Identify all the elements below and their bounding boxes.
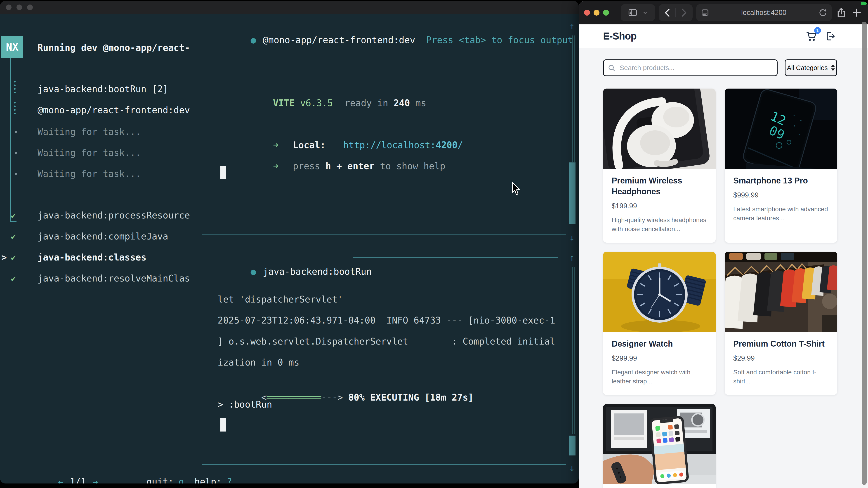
url-text[interactable]: localhost:4200 xyxy=(710,8,818,17)
help-keys: h + enter xyxy=(326,161,375,171)
terminal-titlebar[interactable] xyxy=(0,1,579,14)
product-description: Soft and comfortable cotton t-shirt... xyxy=(733,368,829,386)
scroll-up-icon[interactable]: ↑ xyxy=(565,251,579,265)
mouse-cursor xyxy=(511,182,521,196)
check-icon: ✔ xyxy=(11,208,16,222)
sidebar-task-frontend-dev[interactable]: @mono-app/react-frontend:dev xyxy=(37,103,190,117)
product-image-headphones xyxy=(603,89,716,169)
help-post: to show help xyxy=(375,161,445,171)
desktop: NX Running dev @mono-app/react- java-bac… xyxy=(0,0,868,488)
product-description: High-quality wireless headphones with no… xyxy=(612,216,707,234)
pane-bullet-icon: ● xyxy=(251,266,256,277)
product-image-mouse xyxy=(603,404,716,484)
scrollbar-track[interactable] xyxy=(572,35,575,162)
waiting-dot-icon xyxy=(15,131,17,133)
product-description: Latest smartphone with advanced camera f… xyxy=(733,205,829,223)
back-icon[interactable] xyxy=(662,7,674,19)
logout-button[interactable] xyxy=(825,31,836,42)
search-input[interactable] xyxy=(603,59,778,76)
nav-button-group xyxy=(659,4,692,21)
pager[interactable]: ←1/1→ xyxy=(14,461,98,475)
vite-label: VITE xyxy=(273,98,295,108)
check-icon: ✔ xyxy=(11,229,16,243)
sidebar-task-classes[interactable]: java-backend:classes xyxy=(37,250,147,264)
log-line: ization in 0 ms xyxy=(218,355,299,369)
ready-unit: ms xyxy=(410,98,426,108)
brand-logo[interactable]: E-Shop xyxy=(603,31,637,42)
vite-ready-line: VITEv6.3.5ready in 240 ms xyxy=(229,82,426,96)
vite-local-line: ➜Local:http://localhost:4200/ xyxy=(229,124,463,138)
page-scrollbar-thumb[interactable] xyxy=(862,22,867,485)
zoom-button[interactable] xyxy=(603,10,609,15)
close-button[interactable] xyxy=(6,4,11,10)
address-bar[interactable]: localhost:4200 xyxy=(696,4,832,21)
product-card[interactable]: Designer Watch $299.99 Elegant designer … xyxy=(603,252,716,395)
check-icon: ✔ xyxy=(11,271,16,285)
product-price: $199.99 xyxy=(612,202,707,210)
pane-boot-header[interactable]: ●java-backend:bootRun xyxy=(207,251,372,265)
product-card[interactable]: Premium Cotton T-Shirt $29.99 Soft and c… xyxy=(725,252,837,395)
new-tab-button[interactable] xyxy=(851,7,863,19)
progress-status: 80% EXECUTING [18m 27s] xyxy=(348,392,473,402)
cart-count-badge: 1 xyxy=(814,27,821,34)
product-price: $299.99 xyxy=(612,354,707,362)
zoom-button[interactable] xyxy=(27,4,33,10)
close-button[interactable] xyxy=(584,10,590,15)
terminal-content: NX Running dev @mono-app/react- java-bac… xyxy=(0,14,579,484)
sidebar-task-waiting: Waiting for task... xyxy=(37,167,141,181)
product-card[interactable]: Premium Wireless Headphones $199.99 High… xyxy=(603,89,716,242)
scroll-up-icon[interactable]: ↑ xyxy=(565,19,579,33)
chevron-down-icon xyxy=(642,10,648,15)
local-url-slash[interactable]: / xyxy=(458,140,463,150)
scroll-down-icon[interactable]: ↓ xyxy=(565,230,579,245)
check-icon: ✔ xyxy=(11,250,16,264)
product-image-watch xyxy=(603,252,716,332)
browser-toolbar: localhost:4200 xyxy=(579,1,868,24)
pager-next-icon[interactable]: → xyxy=(92,477,98,484)
category-select[interactable]: All Categories xyxy=(785,59,837,76)
sidebar-toggle-button[interactable] xyxy=(621,4,655,21)
waiting-dot-icon xyxy=(15,152,17,154)
help-label: help: xyxy=(194,477,221,484)
minimize-button[interactable] xyxy=(17,4,22,10)
page-settings-icon[interactable] xyxy=(700,8,710,18)
scrollbar-thumb[interactable] xyxy=(569,162,576,224)
pager-position: 1/1 xyxy=(70,477,86,484)
product-card[interactable]: Wireless Gaming Mouse $79.99 High-perfor… xyxy=(603,404,716,488)
product-card[interactable]: 12 09 Smartphone 13 Pro $999.99 Latest s… xyxy=(725,89,837,242)
product-name: Designer Watch xyxy=(612,338,707,349)
quit-label: quit: xyxy=(147,477,174,484)
scroll-down-icon[interactable]: ↓ xyxy=(565,461,579,475)
divider xyxy=(675,8,676,18)
logout-icon xyxy=(825,31,836,42)
progress-bar: ══════════ xyxy=(267,392,321,402)
share-button[interactable] xyxy=(835,7,847,19)
minimize-button[interactable] xyxy=(594,10,599,15)
reload-icon[interactable] xyxy=(818,8,828,18)
screen-share-indicator xyxy=(861,2,867,5)
cart-button[interactable]: 1 xyxy=(806,30,817,42)
log-line: ] o.s.web.servlet.DispatcherServlet : Co… xyxy=(218,334,555,348)
pane-boot-title: java-backend:bootRun xyxy=(263,266,372,277)
help-key: ? xyxy=(227,477,232,484)
category-value: All Categories xyxy=(787,64,828,72)
task-runner-title: Running dev @mono-app/react- xyxy=(37,41,190,55)
gradle-progress-line: <══════════--->80% EXECUTING [18m 27s] xyxy=(218,377,473,390)
pane-dev-header[interactable]: ●@mono-app/react-frontend:devPress <tab>… xyxy=(207,19,579,33)
sidebar-task-resolvemainclass[interactable]: java-backend:resolveMainClas xyxy=(37,271,190,285)
terminal-window: NX Running dev @mono-app/react- java-bac… xyxy=(0,1,579,484)
product-image-smartphone: 12 09 xyxy=(725,89,837,169)
sidebar-task-compilejava[interactable]: java-backend:compileJava xyxy=(37,229,168,243)
product-name: Smartphone 13 Pro xyxy=(733,175,829,186)
sidebar-task-processresource[interactable]: java-backend:processResource xyxy=(37,208,190,222)
vite-help-line: ➜press h + enter to show help xyxy=(229,145,445,159)
running-spinner-icon xyxy=(14,81,16,93)
pager-prev-icon[interactable]: ← xyxy=(58,477,64,484)
sidebar-task-bootrun[interactable]: java-backend:bootRun [2] xyxy=(37,82,168,96)
scrollbar-thumb[interactable] xyxy=(569,435,576,455)
sidebar-task-waiting: Waiting for task... xyxy=(37,146,141,160)
forward-icon[interactable] xyxy=(678,7,689,19)
scrollbar-track[interactable] xyxy=(572,267,575,434)
browser-window: localhost:4200 xyxy=(579,1,868,488)
terminal-cursor xyxy=(220,166,226,180)
